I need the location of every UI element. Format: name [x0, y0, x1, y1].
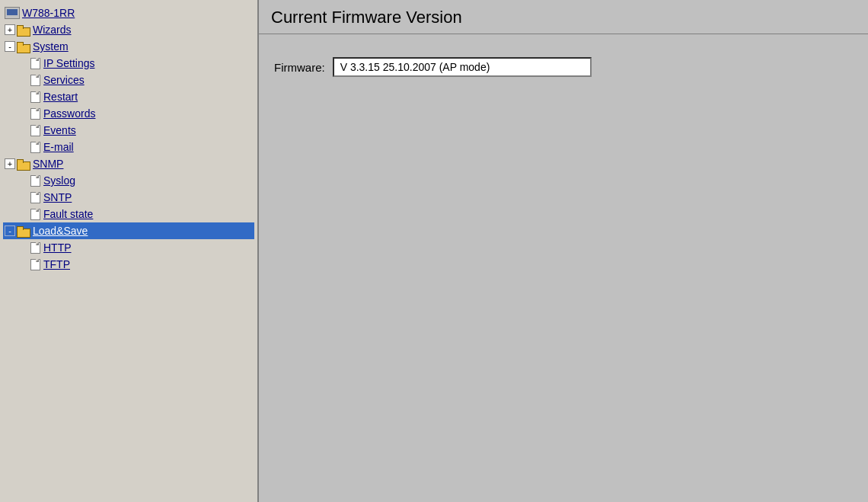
- restart-spacer: [17, 91, 27, 102]
- tree-item-http: HTTP: [15, 239, 254, 256]
- snmp-link[interactable]: SNMP: [33, 156, 63, 171]
- tree-row-events[interactable]: Events: [15, 122, 254, 139]
- services-link[interactable]: Services: [43, 72, 85, 88]
- ip-settings-spacer: [17, 58, 27, 69]
- tftp-doc-icon: [29, 258, 41, 270]
- tree-item-system: - System IP Settings: [3, 38, 254, 155]
- tree-row-services[interactable]: Services: [15, 72, 254, 88]
- load-save-children: HTTP TFTP: [15, 239, 254, 273]
- system-children: IP Settings Services: [15, 55, 254, 155]
- tree-row-passwords[interactable]: Passwords: [15, 105, 254, 122]
- load-save-toggle[interactable]: -: [5, 225, 15, 236]
- tftp-link[interactable]: TFTP: [43, 257, 70, 272]
- snmp-folder-icon: [17, 158, 30, 169]
- firmware-value-display: V 3.3.15 25.10.2007 (AP mode): [333, 57, 592, 77]
- content-header: Current Firmware Version: [259, 0, 868, 34]
- events-link[interactable]: Events: [43, 123, 76, 138]
- firmware-label: Firmware:: [274, 61, 325, 74]
- tree-item-device-root: W788-1RR: [3, 5, 254, 21]
- tree-root: W788-1RR + Wizards - Syste: [3, 5, 254, 273]
- events-doc-icon: [29, 124, 41, 136]
- fault-state-spacer: [17, 209, 27, 219]
- tree-row-device-root[interactable]: W788-1RR: [3, 5, 254, 21]
- email-spacer: [17, 142, 27, 152]
- tree-row-fault-state[interactable]: Fault state: [15, 206, 254, 222]
- syslog-doc-icon: [29, 174, 41, 187]
- main-container: W788-1RR + Wizards - Syste: [0, 0, 868, 502]
- tree-item-ip-settings: IP Settings: [15, 55, 254, 72]
- tree-row-snmp[interactable]: + SNMP: [3, 155, 254, 172]
- sidebar: W788-1RR + Wizards - Syste: [0, 0, 259, 502]
- page-title: Current Firmware Version: [271, 8, 856, 27]
- system-folder-icon: [17, 41, 30, 52]
- tftp-spacer: [17, 259, 27, 270]
- http-spacer: [17, 242, 27, 253]
- fault-state-link[interactable]: Fault state: [43, 206, 93, 222]
- tree-row-tftp[interactable]: TFTP: [15, 256, 254, 273]
- firmware-row: Firmware: V 3.3.15 25.10.2007 (AP mode): [274, 57, 853, 77]
- load-save-folder-icon: [17, 225, 30, 236]
- system-toggle[interactable]: -: [5, 41, 15, 52]
- tree-row-syslog[interactable]: Syslog: [15, 172, 254, 189]
- tree-row-load-save[interactable]: - Load&Save: [3, 222, 254, 239]
- sntp-spacer: [17, 192, 27, 203]
- tree-item-services: Services: [15, 72, 254, 88]
- sntp-link[interactable]: SNTP: [43, 190, 72, 205]
- tree-row-restart[interactable]: Restart: [15, 88, 254, 105]
- tree-item-fault-state: Fault state: [15, 206, 254, 222]
- tree-item-wizards: + Wizards: [3, 21, 254, 38]
- tree-item-tftp: TFTP: [15, 256, 254, 273]
- syslog-spacer: [17, 175, 27, 186]
- tree-row-email[interactable]: E-mail: [15, 139, 254, 155]
- fault-state-doc-icon: [29, 208, 41, 220]
- content-area: Current Firmware Version Firmware: V 3.3…: [259, 0, 868, 502]
- content-body: Firmware: V 3.3.15 25.10.2007 (AP mode): [259, 34, 868, 502]
- tree-row-http[interactable]: HTTP: [15, 239, 254, 256]
- load-save-link[interactable]: Load&Save: [33, 223, 88, 238]
- wizards-toggle[interactable]: +: [5, 24, 15, 35]
- snmp-children: Syslog SNTP: [15, 172, 254, 222]
- tree-item-sntp: SNTP: [15, 189, 254, 206]
- snmp-toggle[interactable]: +: [5, 158, 15, 169]
- tree-item-syslog: Syslog: [15, 172, 254, 189]
- syslog-link[interactable]: Syslog: [43, 173, 75, 188]
- services-spacer: [17, 75, 27, 85]
- tree-item-restart: Restart: [15, 88, 254, 105]
- wizards-folder-icon: [17, 24, 30, 35]
- ip-settings-doc-icon: [29, 57, 41, 69]
- system-link[interactable]: System: [33, 39, 69, 54]
- sntp-doc-icon: [29, 191, 41, 203]
- tree-item-load-save: - Load&Save HTTP: [3, 222, 254, 273]
- tree-item-email: E-mail: [15, 139, 254, 155]
- http-doc-icon: [29, 241, 41, 254]
- tree-item-events: Events: [15, 122, 254, 139]
- tree-row-system[interactable]: - System: [3, 38, 254, 55]
- events-spacer: [17, 125, 27, 136]
- device-root-link[interactable]: W788-1RR: [22, 5, 75, 21]
- tree-row-wizards[interactable]: + Wizards: [3, 21, 254, 38]
- tree-row-sntp[interactable]: SNTP: [15, 189, 254, 206]
- passwords-doc-icon: [29, 107, 41, 120]
- sidebar-scroll[interactable]: W788-1RR + Wizards - Syste: [3, 5, 254, 497]
- passwords-spacer: [17, 108, 27, 119]
- http-link[interactable]: HTTP: [43, 240, 72, 255]
- tree-item-passwords: Passwords: [15, 105, 254, 122]
- passwords-link[interactable]: Passwords: [43, 106, 95, 121]
- device-icon: [5, 7, 20, 19]
- restart-link[interactable]: Restart: [43, 89, 78, 104]
- services-doc-icon: [29, 74, 41, 86]
- email-link[interactable]: E-mail: [43, 139, 74, 155]
- tree-row-ip-settings[interactable]: IP Settings: [15, 55, 254, 72]
- ip-settings-link[interactable]: IP Settings: [43, 56, 94, 71]
- email-doc-icon: [29, 141, 41, 153]
- wizards-link[interactable]: Wizards: [33, 22, 72, 37]
- tree-item-snmp: + SNMP Syslog: [3, 155, 254, 222]
- restart-doc-icon: [29, 91, 41, 103]
